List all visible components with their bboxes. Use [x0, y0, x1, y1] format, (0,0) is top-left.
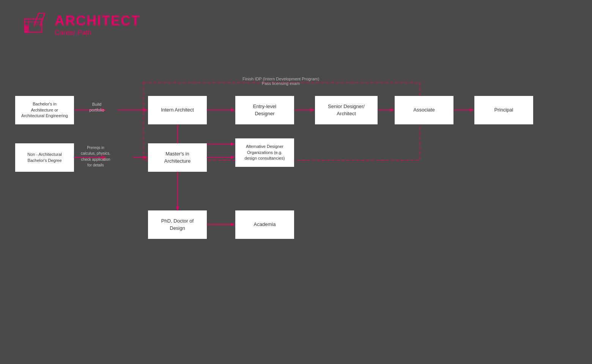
alt-designer-box: Alternative Designer Organizations (e.g.…	[235, 138, 294, 167]
svg-marker-13	[143, 108, 148, 111]
bachelors-box: Bachelor's in Architecture or Architectu…	[15, 96, 74, 124]
svg-line-4	[40, 13, 45, 26]
svg-line-3	[34, 13, 39, 26]
masters-box: Master's in Architecture	[148, 143, 207, 172]
svg-marker-30	[231, 143, 235, 146]
svg-marker-21	[470, 108, 474, 111]
academia-box: Academia	[235, 210, 294, 239]
header-text: ARCHITECT Career Path	[55, 13, 140, 37]
non-arch-box: Non - Architectural Bachelor's Degree	[15, 143, 74, 172]
intern-architect-box: Intern Architect	[148, 96, 207, 124]
header-subtitle: Career Path	[55, 29, 140, 37]
svg-marker-25	[143, 156, 148, 159]
build-portfolio-label: Build portfolio	[82, 102, 112, 113]
associate-box: Associate	[395, 96, 453, 124]
phd-box: PhD, Doctor of Design	[148, 210, 207, 239]
header-title: ARCHITECT	[55, 13, 140, 29]
entry-level-box: Entry-level Designer	[235, 96, 294, 124]
svg-marker-19	[390, 108, 395, 111]
senior-designer-box: Senior Designer/ Architect	[315, 96, 378, 124]
career-path-diagram: Finish IDP (Intern Development Program) …	[15, 61, 577, 326]
svg-marker-34	[231, 223, 235, 226]
idp-label: Finish IDP (Intern Development Program) …	[224, 77, 338, 86]
logo-icon	[23, 11, 49, 38]
header: ARCHITECT Career Path	[23, 11, 140, 38]
svg-marker-27	[231, 156, 235, 159]
svg-marker-15	[231, 108, 235, 111]
prereqs-label: Prereqs in calculus, physics, check appl…	[79, 145, 113, 168]
principal-box: Principal	[474, 96, 533, 124]
svg-rect-7	[25, 25, 28, 31]
svg-marker-17	[310, 108, 315, 111]
